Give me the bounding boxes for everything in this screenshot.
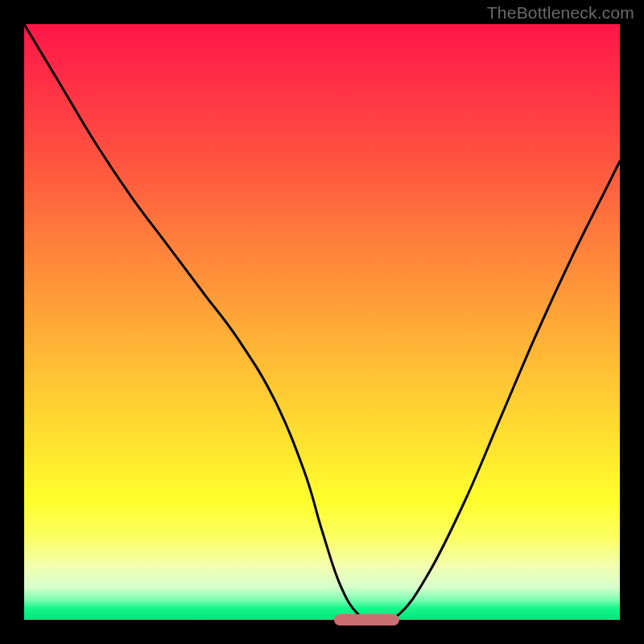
optimal-marker xyxy=(334,614,399,625)
bottleneck-curve xyxy=(24,24,620,620)
chart-frame: TheBottleneck.com xyxy=(0,0,644,644)
curve-svg xyxy=(24,24,620,620)
plot-area xyxy=(24,24,620,620)
watermark-text: TheBottleneck.com xyxy=(487,3,634,23)
